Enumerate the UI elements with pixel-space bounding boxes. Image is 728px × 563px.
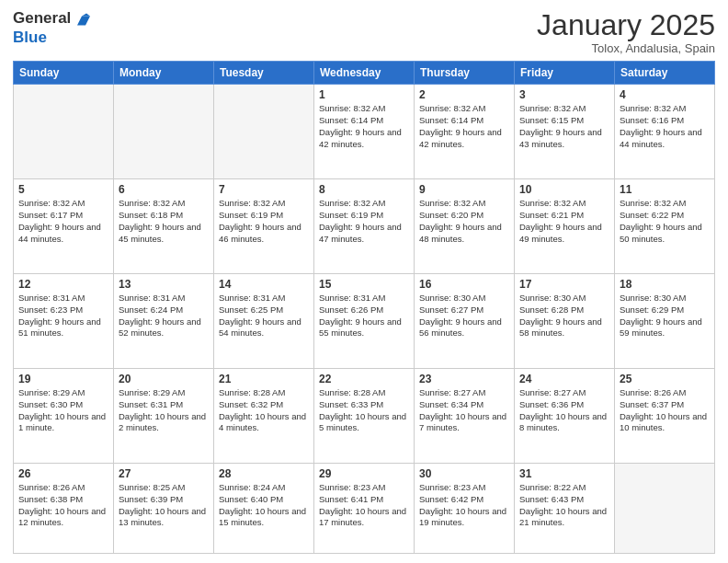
day-info: Sunrise: 8:28 AM Sunset: 6:33 PM Dayligh… xyxy=(319,387,409,434)
calendar-day: 7Sunrise: 8:32 AM Sunset: 6:19 PM Daylig… xyxy=(214,179,314,274)
svg-marker-1 xyxy=(82,13,90,16)
location: Tolox, Andalusia, Spain xyxy=(537,41,715,55)
day-info: Sunrise: 8:26 AM Sunset: 6:37 PM Dayligh… xyxy=(620,387,710,434)
day-number: 15 xyxy=(319,278,409,291)
calendar-day: 12Sunrise: 8:31 AM Sunset: 6:23 PM Dayli… xyxy=(14,274,114,369)
day-number: 23 xyxy=(419,373,509,385)
day-info: Sunrise: 8:32 AM Sunset: 6:16 PM Dayligh… xyxy=(620,103,710,150)
calendar-day xyxy=(114,85,214,179)
day-number: 13 xyxy=(119,278,209,291)
calendar-day: 22Sunrise: 8:28 AM Sunset: 6:33 PM Dayli… xyxy=(314,368,415,463)
day-number: 1 xyxy=(319,88,409,101)
day-number: 3 xyxy=(519,88,609,101)
calendar-day: 15Sunrise: 8:31 AM Sunset: 6:26 PM Dayli… xyxy=(314,274,415,369)
calendar-day: 21Sunrise: 8:28 AM Sunset: 6:32 PM Dayli… xyxy=(214,368,314,463)
day-info: Sunrise: 8:28 AM Sunset: 6:32 PM Dayligh… xyxy=(219,387,309,434)
calendar-day: 18Sunrise: 8:30 AM Sunset: 6:29 PM Dayli… xyxy=(615,274,715,369)
day-info: Sunrise: 8:32 AM Sunset: 6:22 PM Dayligh… xyxy=(620,198,710,245)
day-number: 28 xyxy=(219,467,309,480)
weekday-header: Tuesday xyxy=(214,62,314,85)
calendar-day: 30Sunrise: 8:23 AM Sunset: 6:42 PM Dayli… xyxy=(415,463,515,553)
calendar-week-row: 5Sunrise: 8:32 AM Sunset: 6:17 PM Daylig… xyxy=(14,179,715,274)
calendar-day: 1Sunrise: 8:32 AM Sunset: 6:14 PM Daylig… xyxy=(314,85,415,179)
day-info: Sunrise: 8:32 AM Sunset: 6:21 PM Dayligh… xyxy=(519,198,609,245)
day-info: Sunrise: 8:23 AM Sunset: 6:42 PM Dayligh… xyxy=(419,482,509,529)
calendar-day: 13Sunrise: 8:31 AM Sunset: 6:24 PM Dayli… xyxy=(114,274,214,369)
calendar-day: 3Sunrise: 8:32 AM Sunset: 6:15 PM Daylig… xyxy=(515,85,615,179)
day-info: Sunrise: 8:32 AM Sunset: 6:15 PM Dayligh… xyxy=(519,103,609,150)
day-number: 9 xyxy=(419,183,509,196)
calendar-day: 11Sunrise: 8:32 AM Sunset: 6:22 PM Dayli… xyxy=(615,179,715,274)
calendar-day: 16Sunrise: 8:30 AM Sunset: 6:27 PM Dayli… xyxy=(415,274,515,369)
calendar-day xyxy=(214,85,314,179)
top-section: General Blue January 2025 Tolox, Andalus… xyxy=(13,9,715,55)
day-number: 10 xyxy=(519,183,609,196)
weekday-header: Saturday xyxy=(615,62,715,85)
day-info: Sunrise: 8:32 AM Sunset: 6:18 PM Dayligh… xyxy=(119,198,209,245)
day-number: 12 xyxy=(18,278,108,291)
calendar-day: 10Sunrise: 8:32 AM Sunset: 6:21 PM Dayli… xyxy=(515,179,615,274)
day-number: 22 xyxy=(319,373,409,385)
day-number: 2 xyxy=(419,88,509,101)
day-info: Sunrise: 8:22 AM Sunset: 6:43 PM Dayligh… xyxy=(519,482,609,529)
day-number: 11 xyxy=(620,183,710,196)
day-number: 26 xyxy=(18,467,108,480)
weekday-header: Friday xyxy=(515,62,615,85)
calendar-day: 28Sunrise: 8:24 AM Sunset: 6:40 PM Dayli… xyxy=(214,463,314,553)
day-info: Sunrise: 8:23 AM Sunset: 6:41 PM Dayligh… xyxy=(319,482,409,529)
day-info: Sunrise: 8:32 AM Sunset: 6:19 PM Dayligh… xyxy=(319,198,409,245)
svg-marker-0 xyxy=(77,16,90,25)
calendar-week-row: 1Sunrise: 8:32 AM Sunset: 6:14 PM Daylig… xyxy=(14,85,715,179)
day-number: 6 xyxy=(119,183,209,196)
calendar-day: 26Sunrise: 8:26 AM Sunset: 6:38 PM Dayli… xyxy=(14,463,114,553)
calendar-week-row: 19Sunrise: 8:29 AM Sunset: 6:30 PM Dayli… xyxy=(14,368,715,463)
day-info: Sunrise: 8:30 AM Sunset: 6:29 PM Dayligh… xyxy=(620,293,710,339)
day-info: Sunrise: 8:30 AM Sunset: 6:28 PM Dayligh… xyxy=(519,293,609,339)
day-number: 19 xyxy=(18,373,108,385)
weekday-row: SundayMondayTuesdayWednesdayThursdayFrid… xyxy=(14,62,715,85)
day-number: 16 xyxy=(419,278,509,291)
day-info: Sunrise: 8:26 AM Sunset: 6:38 PM Dayligh… xyxy=(18,482,108,529)
calendar-day: 25Sunrise: 8:26 AM Sunset: 6:37 PM Dayli… xyxy=(615,368,715,463)
calendar-day: 24Sunrise: 8:27 AM Sunset: 6:36 PM Dayli… xyxy=(515,368,615,463)
day-number: 25 xyxy=(620,373,710,385)
day-info: Sunrise: 8:32 AM Sunset: 6:14 PM Dayligh… xyxy=(419,103,509,150)
day-info: Sunrise: 8:32 AM Sunset: 6:17 PM Dayligh… xyxy=(18,198,108,245)
day-number: 24 xyxy=(519,373,609,385)
calendar-day: 23Sunrise: 8:27 AM Sunset: 6:34 PM Dayli… xyxy=(415,368,515,463)
weekday-header: Sunday xyxy=(14,62,114,85)
calendar-day: 29Sunrise: 8:23 AM Sunset: 6:41 PM Dayli… xyxy=(314,463,415,553)
calendar: SundayMondayTuesdayWednesdayThursdayFrid… xyxy=(13,61,715,554)
weekday-header: Thursday xyxy=(415,62,515,85)
day-info: Sunrise: 8:31 AM Sunset: 6:26 PM Dayligh… xyxy=(319,293,409,339)
day-info: Sunrise: 8:32 AM Sunset: 6:14 PM Dayligh… xyxy=(319,103,409,150)
logo: General Blue xyxy=(13,9,91,46)
day-info: Sunrise: 8:30 AM Sunset: 6:27 PM Dayligh… xyxy=(419,293,509,339)
day-number: 5 xyxy=(18,183,108,196)
weekday-header: Monday xyxy=(114,62,214,85)
day-info: Sunrise: 8:27 AM Sunset: 6:34 PM Dayligh… xyxy=(419,387,509,434)
calendar-day: 17Sunrise: 8:30 AM Sunset: 6:28 PM Dayli… xyxy=(515,274,615,369)
day-info: Sunrise: 8:31 AM Sunset: 6:23 PM Dayligh… xyxy=(18,293,108,339)
calendar-day: 19Sunrise: 8:29 AM Sunset: 6:30 PM Dayli… xyxy=(14,368,114,463)
calendar-week-row: 12Sunrise: 8:31 AM Sunset: 6:23 PM Dayli… xyxy=(14,274,715,369)
day-number: 7 xyxy=(219,183,309,196)
day-number: 4 xyxy=(620,88,710,101)
calendar-header: SundayMondayTuesdayWednesdayThursdayFrid… xyxy=(14,62,715,85)
calendar-day: 27Sunrise: 8:25 AM Sunset: 6:39 PM Dayli… xyxy=(114,463,214,553)
day-number: 17 xyxy=(519,278,609,291)
day-info: Sunrise: 8:32 AM Sunset: 6:19 PM Dayligh… xyxy=(219,198,309,245)
calendar-week-row: 26Sunrise: 8:26 AM Sunset: 6:38 PM Dayli… xyxy=(14,463,715,553)
day-info: Sunrise: 8:25 AM Sunset: 6:39 PM Dayligh… xyxy=(119,482,209,529)
day-number: 27 xyxy=(119,467,209,480)
calendar-day: 5Sunrise: 8:32 AM Sunset: 6:17 PM Daylig… xyxy=(14,179,114,274)
calendar-day xyxy=(14,85,114,179)
day-info: Sunrise: 8:31 AM Sunset: 6:24 PM Dayligh… xyxy=(119,293,209,339)
day-info: Sunrise: 8:32 AM Sunset: 6:20 PM Dayligh… xyxy=(419,198,509,245)
calendar-day xyxy=(615,463,715,553)
day-number: 21 xyxy=(219,373,309,385)
calendar-day: 2Sunrise: 8:32 AM Sunset: 6:14 PM Daylig… xyxy=(415,85,515,179)
day-number: 30 xyxy=(419,467,509,480)
day-number: 29 xyxy=(319,467,409,480)
day-number: 31 xyxy=(519,467,609,480)
